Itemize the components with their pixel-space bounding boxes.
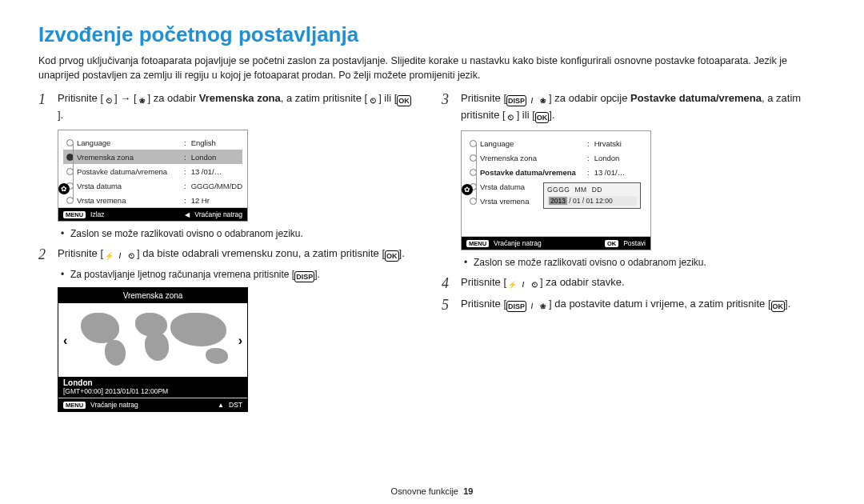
intro-text: Kod prvog uključivanja fotoaparata pojav…: [38, 54, 826, 82]
settings-row[interactable]: Vremenska zona:London: [466, 150, 646, 165]
settings-row[interactable]: Postavke datuma/vremena:13 /01/…: [466, 165, 646, 179]
timer-icon: ⏲: [126, 251, 137, 262]
ok-icon: OK: [385, 250, 399, 262]
menu-icon: MENU: [63, 402, 86, 409]
step-1: 1 Pritisnite [⏲] → [❀] za odabir Vremens…: [38, 90, 414, 123]
map-time: [GMT+00:00] 2013/01/01 12:00PM: [58, 387, 247, 398]
note-2: Za postavljanje ljetnog računanja vremen…: [38, 267, 414, 282]
ok-icon: OK: [605, 240, 618, 247]
right-column: 3 Pritisnite [DISP/❀] za odabir opcije P…: [442, 90, 818, 412]
flower-icon: ❀: [538, 302, 549, 313]
settings-row[interactable]: Language:Hrvatski: [466, 136, 646, 150]
step-3: 3 Pritisnite [DISP/❀] za odabir opcije P…: [442, 90, 818, 124]
map-city: London: [58, 377, 247, 387]
disp-icon: DISP: [294, 271, 314, 282]
step-number: 5: [442, 294, 449, 317]
disp-icon: DISP: [506, 301, 526, 312]
settings-row[interactable]: Postavke datuma/vremena:13 /01/…: [63, 164, 242, 178]
note-1: Zaslon se može razlikovati ovisno o odab…: [38, 226, 414, 241]
shot-footer: MENU Vraćanje natrag OK Postavi: [462, 236, 650, 250]
page-footer: Osnovne funkcije 19: [0, 486, 864, 496]
timer-icon: ⏲: [529, 280, 540, 291]
step-4: 4 Pritisnite [⚡/⏲] za odabir stavke.: [442, 274, 818, 291]
step-5: 5 Pritisnite [DISP/❀] da postavite datum…: [442, 296, 818, 313]
world-map: ‹ ›: [58, 303, 247, 377]
step-number: 4: [442, 273, 449, 295]
settings-row[interactable]: Language:English: [63, 135, 242, 150]
settings-menu-list: ✿ Language:EnglishVremenska zona:LondonP…: [63, 135, 242, 207]
shot-footer: MENU Vraćanje natrag ▲ DST: [58, 398, 247, 411]
menu-icon: MENU: [466, 240, 489, 247]
step-number: 3: [442, 89, 449, 111]
arrow-left-icon[interactable]: ‹: [63, 334, 67, 348]
timer-icon: ⏲: [506, 113, 517, 124]
settings-row[interactable]: Vrsta datuma:GGGG/MM/DD: [63, 178, 242, 193]
flower-icon: ❀: [538, 96, 549, 107]
settings-row[interactable]: Vrsta vremena:12 Hr: [63, 193, 242, 207]
step-number: 1: [38, 89, 46, 111]
map-title: Vremenska zona: [58, 288, 247, 303]
disp-icon: DISP: [506, 95, 526, 106]
page-title: Izvođenje početnog postavljanja: [38, 22, 826, 47]
flash-icon: ⚡: [103, 251, 114, 262]
flower-icon: ❀: [137, 96, 148, 107]
timer-icon: ⏲: [367, 96, 378, 107]
ok-icon: OK: [397, 95, 411, 106]
settings-menu-list: ✿ GGGG MM DD 2013 / 01 / 01 12:00 Langua…: [466, 136, 646, 208]
up-triangle-icon: ▲: [218, 402, 224, 409]
flash-icon: ⚡: [506, 280, 518, 291]
settings-row[interactable]: Vremenska zona:London: [63, 150, 242, 164]
ok-icon: OK: [771, 301, 786, 312]
date-year-selected[interactable]: 2013: [549, 197, 567, 205]
arrow-right-icon[interactable]: ›: [238, 334, 242, 348]
settings-menu-shot-2: ✿ GGGG MM DD 2013 / 01 / 01 12:00 Langua…: [461, 130, 651, 250]
left-column: 1 Pritisnite [⏲] → [❀] za odabir Vremens…: [38, 90, 414, 412]
columns: 1 Pritisnite [⏲] → [❀] za odabir Vremens…: [38, 90, 826, 412]
settings-menu-shot-1: ✿ Language:EnglishVremenska zona:LondonP…: [58, 130, 248, 222]
date-popup: GGGG MM DD 2013 / 01 / 01 12:00: [543, 182, 641, 209]
step-number: 2: [38, 244, 46, 266]
shot-footer: MENU Izlaz ◀ Vraćanje natrag: [58, 207, 247, 221]
note-3: Zaslon se može razlikovati ovisno o odab…: [442, 255, 818, 270]
left-triangle-icon: ◀: [185, 211, 190, 218]
step-2: 2 Pritisnite [⚡/⏲] da biste odabrali vre…: [38, 246, 414, 262]
ok-icon: OK: [535, 112, 550, 123]
timer-icon: ⏲: [103, 96, 114, 107]
menu-icon: MENU: [63, 211, 86, 218]
timezone-map-shot: Vremenska zona ‹ › London [GMT+00:00] 20…: [58, 287, 248, 412]
